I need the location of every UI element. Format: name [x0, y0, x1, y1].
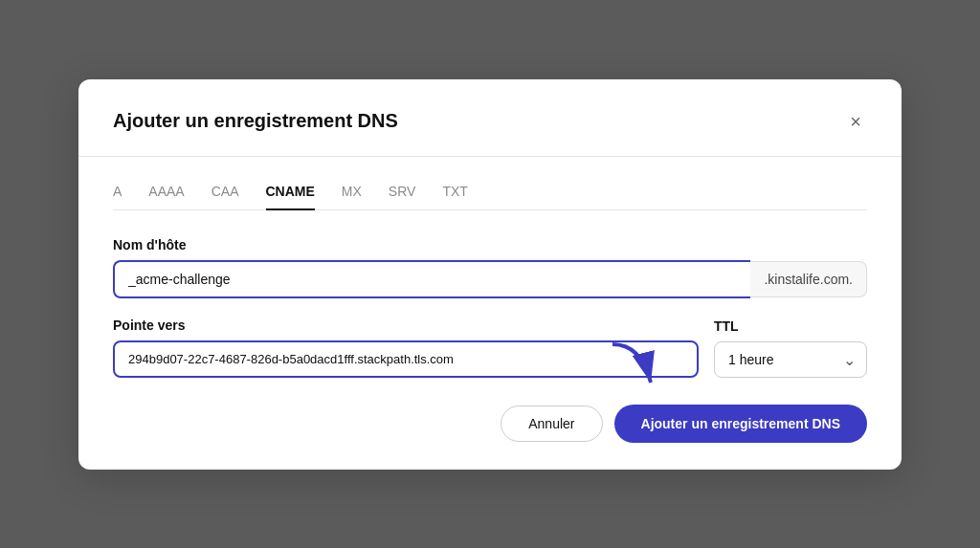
add-dns-button[interactable]: Ajouter un enregistrement DNS — [614, 405, 867, 443]
cancel-button[interactable]: Annuler — [501, 406, 602, 442]
ttl-section: TTL 1 heure 5 minutes 30 minutes 2 heure… — [714, 318, 867, 378]
modal-dialog: Ajouter un enregistrement DNS × A AAAA C… — [78, 79, 902, 470]
tab-A[interactable]: A — [113, 184, 122, 210]
hostname-label: Nom d'hôte — [113, 237, 867, 252]
hostname-suffix: .kinstalife.com. — [750, 261, 867, 297]
tab-MX[interactable]: MX — [342, 184, 362, 210]
ttl-select[interactable]: 1 heure 5 minutes 30 minutes 2 heures 12… — [714, 341, 867, 378]
modal-title: Ajouter un enregistrement DNS — [113, 110, 398, 132]
points-ttl-row: Pointe vers TTL 1 heure 5 minutes 30 min… — [113, 318, 867, 378]
action-buttons: Annuler Ajouter un enregistrement DNS — [113, 405, 867, 443]
tab-TXT[interactable]: TXT — [442, 184, 467, 210]
hostname-section: Nom d'hôte .kinstalife.com. — [113, 237, 867, 298]
tab-SRV[interactable]: SRV — [389, 184, 416, 210]
points-section: Pointe vers — [113, 318, 699, 378]
modal-overlay: Ajouter un enregistrement DNS × A AAAA C… — [0, 0, 980, 548]
ttl-select-wrapper: 1 heure 5 minutes 30 minutes 2 heures 12… — [714, 341, 867, 378]
hostname-input-row: .kinstalife.com. — [113, 260, 867, 298]
tab-CAA[interactable]: CAA — [212, 184, 239, 210]
record-type-tabs: A AAAA CAA CNAME MX SRV TXT — [113, 184, 867, 210]
tab-AAAA[interactable]: AAAA — [148, 184, 184, 210]
points-label: Pointe vers — [113, 318, 699, 333]
modal-header: Ajouter un enregistrement DNS × — [113, 110, 867, 133]
header-divider — [78, 156, 902, 157]
tab-CNAME[interactable]: CNAME — [266, 184, 315, 210]
points-input[interactable] — [113, 340, 699, 378]
close-button[interactable]: × — [844, 110, 867, 133]
ttl-label: TTL — [714, 318, 867, 334]
hostname-input[interactable] — [113, 260, 750, 298]
